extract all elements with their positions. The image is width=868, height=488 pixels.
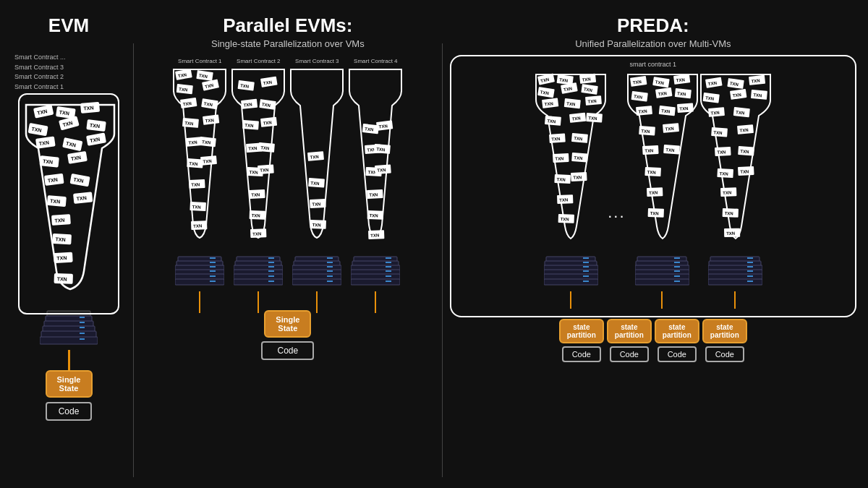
svg-text:TXN: TXN: [376, 147, 385, 152]
preda-title: PREDA:: [617, 14, 689, 37]
evm-code-box: Code: [46, 402, 93, 421]
svg-text:TXN: TXN: [551, 137, 560, 142]
preda-section: PREDA: Unified Parallelization over Mult…: [446, 14, 861, 362]
preda-funnels: TXN TXN TXN TXN TXN TXN TXN TXN TXN TXN …: [457, 71, 849, 309]
svg-text:TXN: TXN: [203, 159, 212, 164]
divider-2: [442, 43, 443, 477]
server-p3: [292, 255, 341, 291]
evm-contract-list: Smart Contract ... Smart Contract 3 Smar…: [7, 53, 130, 92]
parallel-funnel-svg-3: TXN TXN TXN TXN: [289, 66, 345, 261]
svg-text:TXN: TXN: [710, 111, 719, 116]
preda-ellipsis: ...: [608, 203, 625, 309]
server-sn1: [635, 255, 689, 291]
svg-text:TXN: TXN: [192, 182, 200, 187]
preda-shard-n: TXN TXN TXN TXN TXN TXN TXN TXN TXN TXN …: [699, 71, 772, 309]
svg-text:TXN: TXN: [189, 140, 197, 145]
evm-state-box: SingleState: [46, 370, 93, 398]
svg-text:TXN: TXN: [582, 77, 592, 82]
parallel-funnel-2: Smart Contract 2 TXN TXN TXN TXN TXN TXN…: [230, 58, 286, 313]
svg-text:TXN: TXN: [753, 93, 762, 98]
svg-text:TXN: TXN: [370, 233, 379, 237]
svg-text:TXN: TXN: [250, 170, 258, 175]
preda-bottom: statepartition Code statepartition Code …: [559, 319, 747, 362]
svg-text:TXN: TXN: [365, 127, 374, 132]
svg-text:TXN: TXN: [370, 192, 378, 197]
svg-text:TXN: TXN: [588, 116, 597, 121]
preda-funnel-svg-n: TXN TXN TXN TXN TXN TXN TXN TXN TXN TXN …: [699, 71, 772, 259]
preda-shard-1: TXN TXN TXN TXN TXN TXN TXN TXN TXN TXN …: [535, 71, 607, 309]
parallel-state-box: SingleState: [264, 310, 311, 338]
svg-rect-325: [708, 279, 762, 285]
svg-text:TXN: TXN: [573, 175, 582, 180]
parallel-funnels: Smart Contract 1 TXN TXN TXN TXN TXN TXN…: [171, 58, 404, 313]
svg-text:TXN: TXN: [676, 91, 686, 96]
svg-rect-180: [351, 279, 400, 285]
preda-outer-box: smart contract 1 TXN TXN TXN TXN TXN TXN…: [450, 55, 856, 317]
svg-text:TXN: TXN: [55, 236, 65, 242]
preda-state-3: statepartition Code: [655, 319, 699, 362]
svg-text:TXN: TXN: [263, 120, 273, 125]
connector-s1: [544, 291, 598, 309]
svg-text:TXN: TXN: [252, 213, 260, 218]
svg-text:TXN: TXN: [726, 231, 735, 236]
svg-text:TXN: TXN: [587, 99, 596, 104]
svg-text:TXN: TXN: [193, 223, 202, 228]
server-p2: [234, 255, 283, 291]
parallel-contract-label-3: Smart Contract 3: [295, 58, 339, 64]
connector-p1: [175, 291, 224, 313]
evm-orange-line: [68, 350, 70, 370]
main-container: EVM Smart Contract ... Smart Contract 3 …: [0, 0, 868, 488]
preda-state-box-2: statepartition: [607, 319, 652, 343]
divider-1: [133, 43, 134, 477]
svg-text:TXN: TXN: [638, 109, 647, 114]
connector-sn: [708, 291, 762, 309]
evm-funnel-svg: TXN TXN TXN TXN TXN TXN TXN TXN TXN TXN …: [22, 98, 118, 307]
svg-text:TXN: TXN: [679, 106, 688, 111]
server-p1: [175, 255, 224, 291]
svg-rect-89: [175, 279, 224, 285]
svg-text:TXN: TXN: [574, 155, 582, 160]
svg-text:TXN: TXN: [723, 190, 731, 194]
svg-text:TXN: TXN: [57, 276, 67, 281]
svg-text:TXN: TXN: [557, 177, 566, 182]
svg-text:TXN: TXN: [249, 146, 258, 151]
svg-text:TXN: TXN: [561, 217, 569, 221]
parallel-funnel-4: Smart Contract 4 TXN TXN TXN TXN TXN TXN…: [347, 58, 404, 313]
svg-text:TXN: TXN: [566, 101, 576, 106]
svg-text:TXN: TXN: [572, 116, 582, 121]
preda-code-box-1: Code: [562, 346, 601, 362]
svg-text:TXN: TXN: [76, 195, 87, 201]
svg-text:TXN: TXN: [735, 110, 744, 115]
svg-text:TXN: TXN: [751, 78, 760, 83]
parallel-funnel-svg-1: TXN TXN TXN TXN TXN TXN TXN TXN TXN TXN …: [171, 66, 228, 261]
contract-list-item: Smart Contract 2: [14, 72, 130, 82]
evm-funnel-box: TXN TXN TXN TXN TXN TXN TXN TXN TXN TXN …: [18, 93, 119, 314]
parallel-section: Parallel EVMs: Single-state Parallelizat…: [137, 14, 439, 360]
svg-text:TXN: TXN: [252, 192, 260, 197]
svg-text:TXN: TXN: [647, 170, 655, 175]
preda-shard-n1: TXN TXN TXN TXN TXN TXN TXN TXN TXN TXN …: [626, 71, 699, 309]
preda-code-box-2: Code: [610, 346, 649, 362]
preda-state-4: statepartition Code: [702, 319, 747, 362]
parallel-funnel-svg-4: TXN TXN TXN TXN TXN TXN TXN TXN TXN: [347, 66, 404, 261]
svg-text:TXN: TXN: [740, 169, 749, 174]
preda-subtitle: Unified Parallelization over Multi-VMs: [575, 38, 731, 49]
svg-rect-149: [292, 279, 341, 285]
svg-text:TXN: TXN: [660, 108, 670, 114]
preda-state-2: statepartition Code: [607, 319, 652, 362]
parallel-code-box: Code: [261, 341, 314, 360]
preda-state-box-1: statepartition: [559, 319, 604, 343]
svg-text:TXN: TXN: [559, 197, 568, 202]
evm-section: EVM Smart Contract ... Smart Contract 3 …: [7, 14, 130, 421]
svg-rect-278: [635, 279, 689, 285]
svg-text:TXN: TXN: [644, 148, 653, 153]
svg-text:TXN: TXN: [370, 213, 378, 218]
svg-text:TXN: TXN: [190, 161, 198, 166]
preda-state-box-4: statepartition: [702, 319, 747, 343]
svg-text:TXN: TXN: [244, 102, 253, 107]
svg-text:TXN: TXN: [555, 156, 563, 161]
evm-title: EVM: [48, 14, 89, 37]
svg-text:TXN: TXN: [43, 158, 54, 164]
svg-text:TXN: TXN: [713, 130, 722, 135]
connector-p4: [351, 291, 400, 313]
